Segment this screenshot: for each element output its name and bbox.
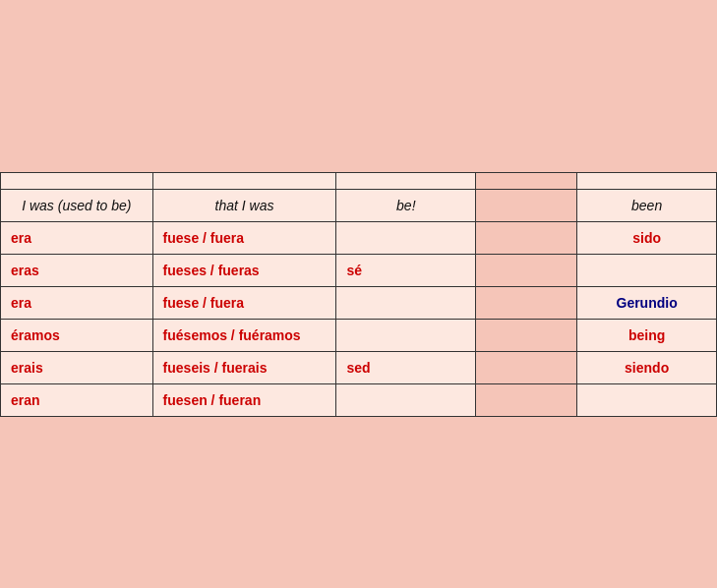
cell-imperf-2: fueses / fueras bbox=[152, 254, 336, 286]
cell-gap-1 bbox=[476, 221, 577, 254]
cell-past-6 bbox=[577, 383, 717, 416]
cell-gap-3 bbox=[476, 286, 577, 319]
cell-imp-0: be! bbox=[336, 189, 476, 221]
header-gap bbox=[476, 172, 577, 189]
cell-gap-5 bbox=[476, 351, 577, 383]
cell-past-3: Gerundio bbox=[577, 286, 717, 319]
cell-gap-4 bbox=[476, 319, 577, 351]
cell-past-4: being bbox=[577, 319, 717, 351]
header-imp bbox=[336, 172, 476, 189]
cell-pret-6: eran bbox=[1, 383, 153, 416]
cell-past-2 bbox=[577, 254, 717, 286]
cell-pret-5: erais bbox=[1, 351, 153, 383]
header-past bbox=[577, 172, 717, 189]
cell-pret-4: éramos bbox=[1, 319, 153, 351]
cell-imp-6 bbox=[336, 383, 476, 416]
cell-imperf-4: fuésemos / fuéramos bbox=[152, 319, 336, 351]
cell-pret-2: eras bbox=[1, 254, 153, 286]
cell-imp-5: sed bbox=[336, 351, 476, 383]
cell-imp-4 bbox=[336, 319, 476, 351]
cell-imperf-6: fuesen / fueran bbox=[152, 383, 336, 416]
cell-gap-2 bbox=[476, 254, 577, 286]
cell-imp-2: sé bbox=[336, 254, 476, 286]
header-imperf bbox=[152, 172, 336, 189]
cell-imperf-5: fueseis / fuerais bbox=[152, 351, 336, 383]
cell-imp-1 bbox=[336, 221, 476, 254]
cell-imperf-0: that I was bbox=[152, 189, 336, 221]
cell-pret-1: era bbox=[1, 221, 153, 254]
cell-pret-0: I was (used to be) bbox=[1, 189, 153, 221]
cell-gap-0 bbox=[476, 189, 577, 221]
cell-past-0: been bbox=[577, 189, 717, 221]
cell-past-1: sido bbox=[577, 221, 717, 254]
cell-gap-6 bbox=[476, 383, 577, 416]
cell-imp-3 bbox=[336, 286, 476, 319]
conjugation-table: I was (used to be)that I wasbe!beenerafu… bbox=[0, 172, 717, 417]
cell-imperf-3: fuese / fuera bbox=[152, 286, 336, 319]
header-pret bbox=[1, 172, 153, 189]
cell-pret-3: era bbox=[1, 286, 153, 319]
cell-imperf-1: fuese / fuera bbox=[152, 221, 336, 254]
cell-past-5: siendo bbox=[577, 351, 717, 383]
